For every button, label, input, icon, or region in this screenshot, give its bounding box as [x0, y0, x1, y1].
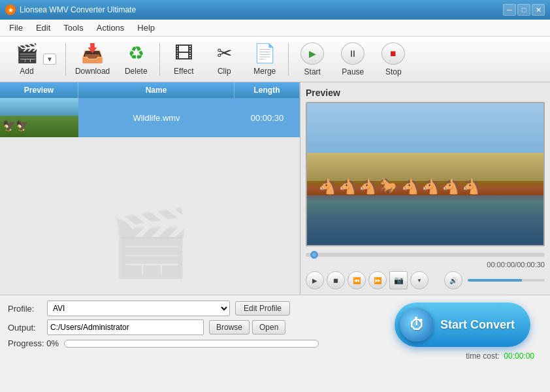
minimize-button[interactable]: ─ — [503, 4, 516, 16]
stop-control[interactable]: ⏹ — [327, 271, 345, 289]
delete-icon: ♻ — [128, 42, 144, 64]
preview-label: Preview — [306, 88, 545, 98]
rewind-control[interactable]: ⏪ — [348, 271, 366, 289]
menu-edit[interactable]: Edit — [29, 21, 57, 35]
start-label: Start — [304, 67, 321, 76]
open-button[interactable]: Open — [252, 320, 285, 335]
merge-button[interactable]: 📄 Merge — [245, 40, 284, 79]
profile-label: Profile: — [8, 304, 47, 314]
thumb-image: 🦅🦅 — [0, 98, 78, 137]
header-name: Name — [78, 82, 235, 98]
time-cost-label: time cost: — [466, 351, 499, 361]
add-label: Add — [20, 67, 33, 76]
preview-area: Preview 🐴 🐴 🐴 🐎 🐴 🐴 🐴 🐴 — [300, 82, 550, 295]
download-label: Download — [75, 67, 110, 76]
scrub-slider-area — [306, 250, 545, 259]
volume-slider[interactable] — [468, 279, 545, 282]
menu-actions[interactable]: Actions — [90, 21, 131, 35]
time-cost-value: 00:00:00 — [504, 351, 534, 361]
horse-4: 🐎 — [380, 177, 399, 195]
horse-8: 🐴 — [462, 178, 480, 195]
app-title: Lionsea WMV Converter Ultimate — [20, 5, 503, 14]
profile-select[interactable]: AVI — [47, 301, 230, 316]
effect-label: Effect — [174, 67, 193, 76]
horse-3: 🐴 — [359, 178, 377, 195]
delete-button[interactable]: ♻ Delete — [116, 40, 155, 79]
merge-label: Merge — [253, 67, 276, 76]
video-frame: 🐴 🐴 🐴 🐎 🐴 🐴 🐴 🐴 — [307, 103, 543, 245]
effect-icon: 🎞 — [174, 42, 193, 64]
clip-label: Clip — [218, 67, 231, 76]
start-convert-label: Start Convert — [440, 318, 515, 332]
menu-file[interactable]: File — [3, 21, 29, 35]
play-control[interactable]: ▶ — [306, 271, 324, 289]
sep1 — [65, 43, 66, 76]
stop-button[interactable]: ⏹ Stop — [374, 40, 413, 79]
browse-button[interactable]: Browse — [209, 320, 250, 335]
sep2 — [159, 43, 160, 76]
preview-video: 🐴 🐴 🐴 🐎 🐴 🐴 🐴 🐴 — [306, 102, 545, 246]
pause-label: Pause — [342, 67, 364, 76]
start-convert-button[interactable]: ⏱ Start Convert — [395, 302, 530, 347]
playback-controls: ▶ ⏹ ⏪ ⏩ 📷 ▼ 🔊 — [306, 271, 545, 289]
play-icon: ▶ — [300, 42, 324, 65]
add-button[interactable]: 🎬 Add ▼ — [5, 40, 61, 79]
stop-icon: ⏹ — [381, 42, 405, 65]
water — [307, 195, 543, 245]
maximize-button[interactable]: □ — [517, 4, 530, 16]
progress-track — [64, 340, 319, 348]
edit-profile-button[interactable]: Edit Profile — [235, 301, 290, 316]
app-icon: ★ — [5, 5, 16, 15]
time-cost-row: time cost: 00:00:00 — [8, 351, 542, 361]
stop-label: Stop — [385, 67, 402, 76]
file-list-header: Preview Name Length — [0, 82, 300, 98]
close-button[interactable]: ✕ — [532, 4, 545, 16]
menu-bar: File Edit Tools Actions Help — [0, 20, 550, 37]
menu-help[interactable]: Help — [131, 21, 161, 35]
horse-5: 🐴 — [402, 178, 419, 195]
file-list-area: Preview Name Length 🦅🦅 Wildlife.wmv 00:0… — [0, 82, 300, 295]
horse-2: 🐴 — [339, 178, 357, 195]
download-icon: 📥 — [81, 42, 104, 64]
file-length: 00:00:30 — [235, 113, 300, 123]
add-dropdown-arrow[interactable]: ▼ — [43, 54, 56, 65]
add-icon-block: 🎬 Add — [10, 42, 43, 76]
dropdown-control[interactable]: ▼ — [410, 271, 429, 289]
window-controls: ─ □ ✕ — [503, 4, 545, 16]
sky — [307, 103, 543, 160]
delete-label: Delete — [125, 67, 148, 76]
bottom-bar: Profile: AVI Edit Profile Output: Browse… — [0, 295, 550, 367]
start-convert-area: ⏱ Start Convert — [395, 302, 530, 347]
add-icon: 🎬 — [16, 42, 39, 64]
horse-6: 🐴 — [422, 178, 440, 195]
pause-icon: ⏸ — [341, 42, 364, 65]
convert-icon: ⏱ — [400, 308, 434, 342]
merge-icon: 📄 — [253, 42, 276, 64]
fast-forward-control[interactable]: ⏩ — [368, 271, 387, 289]
screenshot-button[interactable]: 📷 — [389, 271, 408, 289]
clip-icon: ✂ — [217, 42, 232, 64]
toolbar: 🎬 Add ▼ 📥 Download ♻ Delete 🎞 Effect ✂ C… — [0, 37, 550, 82]
sep3 — [288, 43, 289, 76]
birds-decoration: 🦅🦅 — [3, 120, 29, 132]
scrub-track[interactable] — [306, 253, 545, 257]
horses: 🐴 🐴 🐴 🐎 🐴 🐴 🐴 🐴 — [319, 153, 532, 195]
header-preview: Preview — [0, 82, 78, 98]
volume-icon[interactable]: 🔊 — [444, 271, 462, 289]
table-row[interactable]: 🦅🦅 Wildlife.wmv 00:00:30 — [0, 98, 300, 137]
download-button[interactable]: 📥 Download — [70, 40, 115, 79]
main-content: Preview Name Length 🦅🦅 Wildlife.wmv 00:0… — [0, 82, 550, 295]
time-display: 00:00:00/00:00:30 — [306, 261, 545, 269]
output-path-input[interactable] — [47, 319, 204, 335]
menu-tools[interactable]: Tools — [57, 21, 89, 35]
pause-button[interactable]: ⏸ Pause — [333, 40, 372, 79]
watermark: 🎬 — [109, 204, 191, 282]
scrub-thumb[interactable] — [310, 251, 318, 259]
title-bar: ★ Lionsea WMV Converter Ultimate ─ □ ✕ — [0, 0, 550, 20]
horse-1: 🐴 — [319, 178, 336, 195]
horse-7: 🐴 — [442, 178, 460, 195]
start-button[interactable]: ▶ Start — [293, 40, 332, 79]
output-label: Output: — [8, 323, 47, 333]
clip-button[interactable]: ✂ Clip — [204, 40, 244, 79]
effect-button[interactable]: 🎞 Effect — [164, 40, 203, 79]
